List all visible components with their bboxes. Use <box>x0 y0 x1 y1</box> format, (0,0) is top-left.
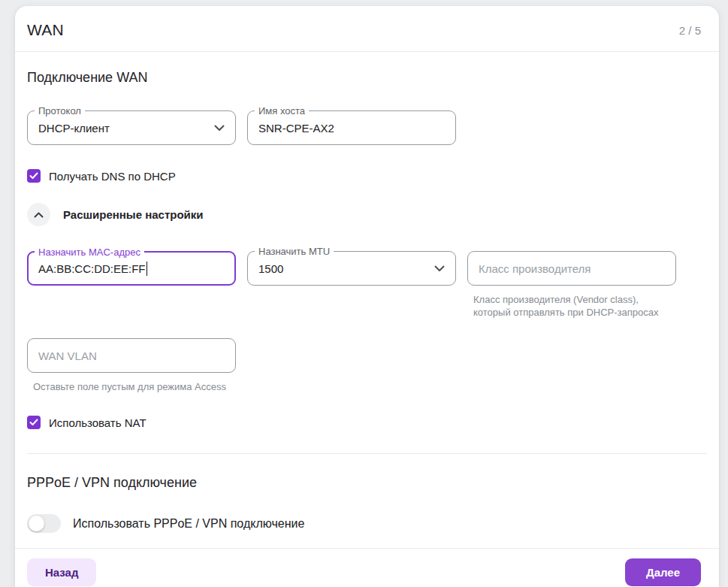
wan-vlan-field <box>27 338 236 373</box>
wan-section-title: Подключение WAN <box>27 70 707 86</box>
card-header: WAN 2 / 5 <box>15 6 719 52</box>
wan-vlan-input[interactable] <box>38 339 225 372</box>
card-body: Подключение WAN Протокол DHCP-клиент Имя… <box>15 52 719 533</box>
checkbox-checked-icon[interactable] <box>27 169 41 183</box>
chevron-down-icon <box>214 125 225 132</box>
step-indicator: 2 / 5 <box>679 24 701 37</box>
hostname-field: Имя хоста <box>247 110 456 145</box>
protocol-value: DHCP-клиент <box>38 122 110 135</box>
card-footer: Назад Далее <box>15 548 719 587</box>
toggle-knob <box>29 516 44 531</box>
advanced-fields-row: Назначить MAC-адрес AA:BB:CC:DD:EE:FF На… <box>27 251 707 319</box>
hostname-label: Имя хоста <box>255 105 309 116</box>
chevron-down-icon <box>434 265 445 272</box>
mtu-label: Назначить MTU <box>255 246 334 257</box>
protocol-select[interactable]: Протокол DHCP-клиент <box>27 110 236 145</box>
vendor-class-helper: Класс производителя (Vendor class), кото… <box>473 293 676 319</box>
chevron-up-icon[interactable] <box>27 203 50 226</box>
advanced-settings-expander[interactable]: Расширенные настройки <box>27 203 707 226</box>
mtu-value: 1500 <box>258 262 283 275</box>
advanced-settings-title: Расширенные настройки <box>63 208 204 221</box>
toggle-off-switch[interactable] <box>27 514 61 533</box>
mac-column: Назначить MAC-адрес AA:BB:CC:DD:EE:FF <box>27 251 236 286</box>
mac-address-field: Назначить MAC-адрес AA:BB:CC:DD:EE:FF <box>27 251 236 286</box>
page-title: WAN <box>27 21 64 39</box>
vendor-class-field <box>467 251 676 286</box>
wan-vlan-helper: Оставьте поле пустым для режима Access <box>33 380 236 393</box>
vendor-class-input[interactable] <box>479 252 665 285</box>
pppoe-toggle-row[interactable]: Использовать PPPoE / VPN подключение <box>27 514 707 533</box>
dns-checkbox-row[interactable]: Получать DNS по DHCP <box>27 169 707 183</box>
vendor-class-column: Класс производителя (Vendor class), кото… <box>467 251 676 319</box>
vlan-column: Оставьте поле пустым для режима Access <box>27 338 236 393</box>
wan-settings-card: WAN 2 / 5 Подключение WAN Протокол DHCP-… <box>15 6 719 587</box>
nat-checkbox-label: Использовать NAT <box>49 416 147 429</box>
mtu-select[interactable]: Назначить MTU 1500 <box>247 251 456 286</box>
mac-address-value[interactable]: AA:BB:CC:DD:EE:FF <box>38 262 146 275</box>
section-divider <box>27 453 707 454</box>
next-button[interactable]: Далее <box>625 558 701 586</box>
protocol-label: Протокол <box>35 105 85 116</box>
dns-checkbox-label: Получать DNS по DHCP <box>49 170 176 183</box>
pppoe-section-title: PPPoE / VPN подключение <box>27 475 707 491</box>
nat-checkbox-row[interactable]: Использовать NAT <box>27 416 707 429</box>
vlan-row: Оставьте поле пустым для режима Access <box>27 338 707 393</box>
text-cursor <box>147 262 148 276</box>
mtu-column: Назначить MTU 1500 <box>247 251 456 286</box>
pppoe-toggle-label: Использовать PPPoE / VPN подключение <box>73 517 304 531</box>
checkbox-checked-icon[interactable] <box>27 416 41 429</box>
mac-address-label: Назначить MAC-адрес <box>35 247 144 258</box>
protocol-hostname-row: Протокол DHCP-клиент Имя хоста <box>27 110 707 145</box>
back-button[interactable]: Назад <box>27 558 96 586</box>
